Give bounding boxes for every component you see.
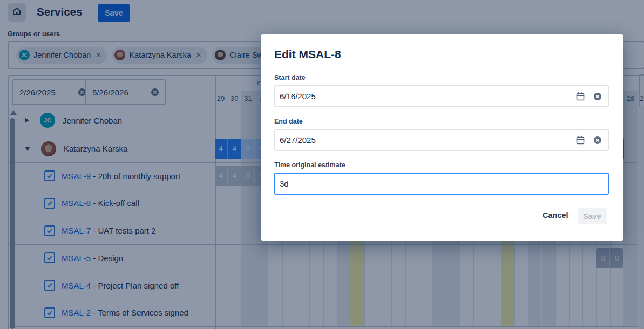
time-estimate-label: Time original estimate — [274, 161, 345, 169]
start-date-input[interactable]: 6/16/2025 — [274, 85, 609, 107]
time-estimate-value: 3d — [280, 179, 289, 188]
end-date-input[interactable]: 6/27/2025 — [274, 129, 609, 151]
save-button-disabled[interactable]: Save — [578, 208, 607, 224]
end-date-clear-icon[interactable] — [593, 136, 602, 145]
end-date-calendar-icon[interactable] — [575, 135, 585, 145]
end-date-label: End date — [274, 118, 303, 125]
edit-issue-dialog: Edit MSAL-8 Start date 6/16/2025 End dat… — [261, 34, 623, 241]
cancel-button[interactable]: Cancel — [539, 210, 572, 220]
time-estimate-input[interactable]: 3d — [274, 173, 609, 195]
start-date-value: 6/16/2025 — [280, 92, 316, 101]
start-date-label: Start date — [274, 74, 306, 81]
dialog-title: Edit MSAL-8 — [274, 48, 341, 61]
start-date-clear-icon[interactable] — [593, 92, 602, 101]
end-date-value: 6/27/2025 — [280, 135, 316, 145]
services-page: Services Save Groups or users JCJennifer… — [0, 0, 644, 329]
start-date-calendar-icon[interactable] — [575, 92, 585, 101]
